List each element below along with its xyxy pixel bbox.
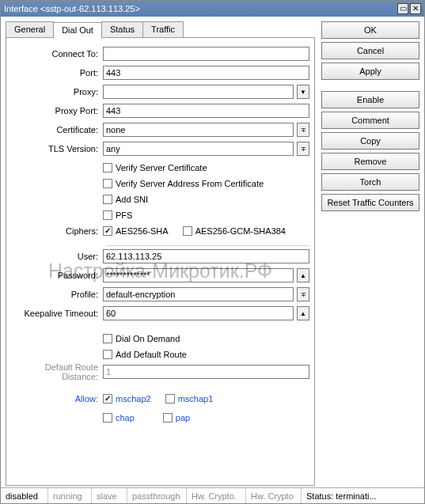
label-port: Port:	[11, 68, 103, 78]
allow-mschap1-checkbox[interactable]	[165, 394, 175, 404]
tab-page: Настройка-Микротик.РФ Connect To: Port: …	[6, 37, 315, 486]
label-ciphers: Ciphers:	[11, 226, 103, 236]
allow-mschap2-label: mschap2	[116, 394, 151, 404]
main-area: General Dial Out Status Traffic Настройк…	[1, 17, 424, 487]
add-default-route-checkbox[interactable]	[103, 350, 112, 359]
label-profile: Profile:	[11, 290, 103, 299]
minimize-button[interactable]: ▭	[397, 3, 408, 14]
password-input[interactable]	[103, 268, 294, 282]
statusbar: disabled running slave passthrough Hw. C…	[1, 487, 424, 503]
tab-general[interactable]: General	[6, 21, 54, 38]
keepalive-input[interactable]	[103, 306, 294, 320]
certificate-combo[interactable]: none	[103, 123, 294, 137]
reset-traffic-button[interactable]: Reset Traffic Counters	[321, 194, 419, 211]
label-default-route-distance: Default Route Distance:	[11, 362, 103, 381]
ok-button[interactable]: OK	[321, 21, 419, 39]
dial-on-demand-checkbox[interactable]	[103, 334, 112, 343]
tls-version-dropdown-icon[interactable]: ∓	[297, 142, 309, 156]
cipher-aes256-gcm-label: AES256-GCM-SHA384	[195, 226, 286, 236]
add-sni-label: Add SNI	[116, 195, 148, 204]
status-slave: slave	[92, 488, 127, 503]
connect-to-input[interactable]	[103, 47, 309, 61]
verify-server-addr-checkbox[interactable]	[103, 179, 112, 188]
label-user: User:	[11, 252, 103, 261]
status-disabled: disabled	[1, 488, 48, 503]
cancel-button[interactable]: Cancel	[321, 42, 419, 59]
tls-version-combo[interactable]: any	[103, 142, 294, 156]
pfs-label: PFS	[116, 210, 132, 220]
comment-button[interactable]: Comment	[321, 112, 419, 129]
enable-button[interactable]: Enable	[321, 91, 419, 108]
tabs: General Dial Out Status Traffic	[6, 21, 315, 38]
torch-button[interactable]: Torch	[321, 173, 419, 191]
proxy-input[interactable]	[103, 85, 294, 99]
allow-mschap2-checkbox[interactable]	[103, 394, 112, 404]
label-certificate: Certificate:	[11, 125, 103, 135]
status-hwcrypto1: Hw. Crypto.	[187, 488, 246, 503]
status-running: running	[48, 488, 92, 503]
label-connect-to: Connect To:	[11, 49, 103, 59]
proxy-dropdown-icon[interactable]: ▼	[297, 85, 309, 99]
cipher-aes256-gcm-checkbox[interactable]	[183, 226, 192, 236]
cipher-aes256-sha-checkbox[interactable]	[103, 226, 112, 236]
content: General Dial Out Status Traffic Настройк…	[1, 17, 424, 503]
profile-dropdown-icon[interactable]: ∓	[297, 287, 309, 301]
proxy-port-input[interactable]	[103, 104, 309, 118]
status-right: Status: terminati...	[302, 488, 424, 503]
verify-server-cert-checkbox[interactable]	[103, 163, 112, 172]
user-input[interactable]	[103, 249, 309, 263]
apply-button[interactable]: Apply	[321, 63, 419, 80]
remove-button[interactable]: Remove	[321, 153, 419, 170]
label-keepalive: Keepalive Timeout:	[11, 309, 103, 318]
status-hwcrypto2: Hw. Crypto	[246, 488, 302, 503]
label-allow: Allow:	[11, 394, 103, 404]
port-input[interactable]	[103, 66, 309, 80]
allow-chap-checkbox[interactable]	[103, 413, 112, 423]
profile-combo[interactable]: default-encryption	[103, 287, 294, 301]
certificate-dropdown-icon[interactable]: ∓	[297, 123, 309, 137]
copy-button[interactable]: Copy	[321, 132, 419, 150]
add-sni-checkbox[interactable]	[103, 195, 112, 204]
verify-server-addr-label: Verify Server Address From Certificate	[116, 179, 264, 188]
label-proxy: Proxy:	[11, 87, 103, 97]
window-title: Interface <sstp-out-62.113.113.25>	[4, 4, 396, 13]
allow-chap-label: chap	[116, 413, 135, 423]
verify-server-cert-label: Verify Server Certificate	[116, 163, 207, 172]
close-button[interactable]: ✕	[410, 3, 421, 14]
default-route-distance-input[interactable]	[103, 365, 309, 379]
allow-pap-label: pap	[176, 413, 190, 423]
label-tls-version: TLS Version:	[11, 144, 103, 153]
password-collapse-icon[interactable]: ▲	[297, 268, 309, 282]
label-password: Password:	[11, 271, 103, 280]
left-panel: General Dial Out Status Traffic Настройк…	[6, 21, 315, 486]
dial-on-demand-label: Dial On Demand	[116, 334, 180, 343]
tab-traffic[interactable]: Traffic	[142, 21, 184, 38]
allow-pap-checkbox[interactable]	[163, 413, 173, 423]
add-default-route-label: Add Default Route	[116, 350, 187, 359]
label-proxy-port: Proxy Port:	[11, 106, 103, 116]
cipher-aes256-sha-label: AES256-SHA	[116, 226, 169, 236]
allow-mschap1-label: mschap1	[178, 394, 214, 404]
titlebar: Interface <sstp-out-62.113.113.25> ▭ ✕	[1, 1, 424, 17]
tab-dial-out[interactable]: Dial Out	[53, 22, 102, 39]
status-passthrough: passthrough	[127, 488, 187, 503]
pfs-checkbox[interactable]	[103, 210, 112, 220]
tab-status[interactable]: Status	[101, 21, 143, 38]
right-buttons: OK Cancel Apply Enable Comment Copy Remo…	[321, 21, 419, 486]
keepalive-collapse-icon[interactable]: ▲	[297, 306, 309, 320]
